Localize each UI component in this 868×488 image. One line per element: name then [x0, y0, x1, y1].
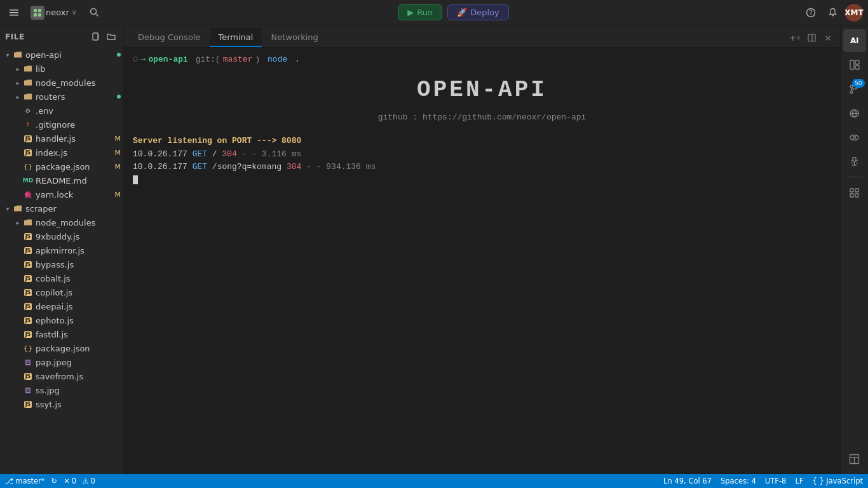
avatar-initials: XMT	[844, 8, 863, 17]
tree-item-label: ss.jpg	[36, 386, 121, 395]
tree-item-label: lib	[36, 64, 121, 74]
sidebar-item-package_json_2[interactable]: {}package.json	[0, 341, 123, 355]
github-label: github : https://github.com/neoxr/open-a…	[378, 112, 587, 122]
tab-terminal-label: Terminal	[219, 32, 254, 42]
language-mode[interactable]: { } JavaScript	[812, 477, 863, 485]
terminal-container: Debug Console Terminal Networking + ∨	[124, 25, 840, 474]
svg-rect-28	[855, 189, 858, 192]
sidebar-item-deepai[interactable]: JSdeepai.js	[0, 299, 123, 313]
notification-button[interactable]	[824, 4, 841, 22]
tree-file-icon: {}	[23, 344, 33, 353]
sidebar-item-pap_jpeg[interactable]: 🖼pap.jpeg	[0, 355, 123, 369]
explorer-panel-button[interactable]	[843, 53, 866, 76]
sidebar-item-readme[interactable]: MDREADME.md	[0, 173, 123, 187]
svg-rect-4	[38, 9, 41, 12]
tree-file-icon	[23, 218, 33, 227]
line-ending[interactable]: LF	[795, 477, 803, 485]
sidebar-item-fastdl[interactable]: JSfastdl.js	[0, 327, 123, 341]
sidebar-item-copilot[interactable]: JScopilot.js	[0, 285, 123, 299]
log-method-1: GET	[193, 149, 212, 159]
sidebar-item-xbuddy[interactable]: JS9xbuddy.js	[0, 229, 123, 243]
sidebar-item-savefrom[interactable]: JSsavefrom.js	[0, 369, 123, 383]
svg-rect-5	[34, 13, 37, 17]
search-button[interactable]	[85, 4, 105, 22]
grid-panel-button[interactable]	[843, 181, 866, 204]
branch-button[interactable]: ⎇ master*	[5, 477, 45, 485]
sidebar-item-scraper[interactable]: ▾scraper	[0, 201, 123, 215]
run-button[interactable]: ▶ Run	[398, 4, 442, 20]
sidebar-item-handler[interactable]: JShandler.jsM	[0, 132, 123, 146]
tree-item-label: package.json	[36, 344, 121, 353]
log-path-2: /song?q=komang	[212, 162, 287, 172]
terminal-command: node	[262, 55, 287, 64]
terminal-server-msg: Server listening on PORT ---> 8080	[133, 135, 831, 147]
new-folder-button[interactable]	[104, 30, 118, 44]
app-name: neoxr	[46, 8, 69, 17]
logo-icon	[31, 6, 44, 20]
cursor-position[interactable]: Ln 49, Col 67	[663, 477, 712, 485]
sidebar-item-node_modules_1[interactable]: ▸node_modules	[0, 76, 123, 90]
main-area: File ▾open-api▸lib▸node_modules▸	[0, 25, 868, 474]
terminal-prompt-line: → open-api git:( master ) node .	[133, 54, 831, 64]
tree-item-badge: M	[115, 191, 121, 199]
sidebar-item-open-api[interactable]: ▾open-api	[0, 48, 123, 62]
topbar-left: neoxr ∨	[5, 3, 105, 22]
tree-expand-icon: ▸	[13, 219, 23, 226]
status-bar-right: Ln 49, Col 67 Spaces: 4 UTF-8 LF { } Jav…	[663, 477, 863, 485]
sidebar-item-node_modules_2[interactable]: ▸node_modules	[0, 215, 123, 229]
branch-icon: ⎇	[5, 477, 13, 485]
app-switcher[interactable]: neoxr ∨	[25, 3, 82, 22]
tree-file-icon: JS	[23, 401, 33, 408]
git-panel-button[interactable]: 50	[843, 78, 866, 100]
error-count[interactable]: ✕ 0 ⚠ 0	[64, 477, 95, 485]
sidebar-item-lib[interactable]: ▸lib	[0, 62, 123, 76]
terminal-body[interactable]: → open-api git:( master ) node . OPEN-AP…	[124, 48, 840, 474]
sidebar-item-package_json_1[interactable]: {}package.jsonM	[0, 159, 123, 173]
deploy-label: Deploy	[470, 8, 499, 17]
sidebar-item-ss_jpg[interactable]: 🖼ss.jpg	[0, 383, 123, 397]
right-toolbar: AI 50	[840, 25, 868, 474]
sidebar-item-apkmirror[interactable]: JSapkmirror.js	[0, 243, 123, 257]
deploy-button[interactable]: 🚀 Deploy	[447, 4, 509, 20]
encoding[interactable]: UTF-8	[765, 477, 787, 485]
sidebar-item-yarn[interactable]: 🧶yarn.lockM	[0, 187, 123, 201]
svg-point-22	[850, 91, 853, 93]
svg-line-8	[96, 14, 98, 17]
sidebar-toggle-button[interactable]	[5, 4, 23, 22]
tab-networking[interactable]: Networking	[262, 28, 327, 47]
tree-expand-icon: ▾	[3, 205, 13, 212]
help-button[interactable]: ?	[802, 4, 820, 22]
log-time-1: - - 3.116 ms	[242, 149, 302, 159]
preview-panel-button[interactable]	[843, 126, 866, 149]
remote-panel-button[interactable]	[843, 102, 866, 125]
git-badge: 50	[852, 79, 864, 88]
sidebar-item-cobalt[interactable]: JScobalt.js	[0, 271, 123, 285]
ai-panel-button[interactable]: AI	[843, 29, 866, 52]
sidebar-item-routers[interactable]: ▸routers	[0, 90, 123, 104]
indentation[interactable]: Spaces: 4	[721, 477, 756, 485]
tab-debug-console[interactable]: Debug Console	[129, 28, 210, 47]
layout-panel-button[interactable]	[843, 447, 866, 470]
sidebar-item-ssyt[interactable]: JSssyt.js	[0, 397, 123, 411]
sidebar-item-bypass[interactable]: JSbypass.js	[0, 257, 123, 271]
new-file-button[interactable]	[89, 30, 103, 44]
debug-panel-button[interactable]	[843, 150, 866, 173]
sidebar-item-ephoto[interactable]: JSephoto.js	[0, 313, 123, 327]
svg-rect-1	[10, 12, 18, 13]
sidebar-item-index[interactable]: JSindex.jsM	[0, 146, 123, 159]
tree-item-label: .gitignore	[36, 120, 121, 130]
split-terminal-button[interactable]	[804, 30, 818, 44]
sidebar-item-env[interactable]: ⚙.env	[0, 104, 123, 118]
tab-terminal[interactable]: Terminal	[210, 28, 262, 47]
add-terminal-button[interactable]: + ∨	[788, 30, 802, 44]
terminal-banner: OPEN-API	[133, 77, 831, 103]
ai-label: AI	[850, 36, 858, 45]
sync-status[interactable]: ↻	[51, 477, 58, 485]
tree-file-icon: JS	[23, 317, 33, 324]
avatar-button[interactable]: XMT	[845, 4, 863, 22]
tree-item-label: handler.js	[36, 134, 115, 144]
sidebar-item-gitignore[interactable]: ↑.gitignore	[0, 118, 123, 132]
svg-rect-3	[34, 9, 37, 12]
close-terminal-button[interactable]: ×	[821, 30, 835, 44]
log-method-2: GET	[193, 162, 212, 172]
